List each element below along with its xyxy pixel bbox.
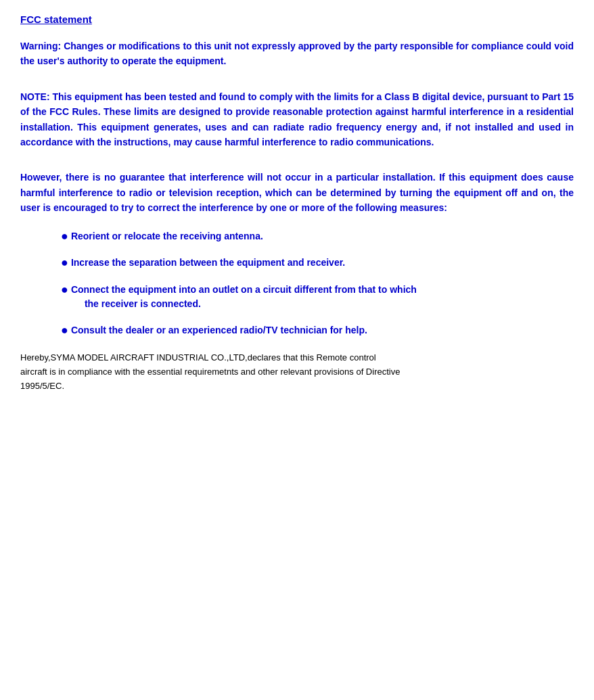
- bullet-item-3: ● Connect the equipment into an outlet o…: [61, 283, 574, 311]
- footer-line3: 1995/5/EC.: [20, 381, 64, 391]
- bullet-item-1: ● Reorient or relocate the receiving ant…: [61, 229, 574, 244]
- bullet-text-4: Consult the dealer or an experienced rad…: [71, 323, 574, 337]
- footer: Hereby,SYMA MODEL AIRCRAFT INDUSTRIAL CO…: [20, 351, 574, 393]
- bullet-text-2: Increase the separation between the equi…: [71, 256, 574, 270]
- bullet-item-2: ● Increase the separation between the eq…: [61, 256, 574, 271]
- bullet-continuation-3: the receiver is connected.: [85, 298, 201, 309]
- bullet-dot-3: ●: [61, 283, 68, 298]
- bullet-text-3: Connect the equipment into an outlet on …: [71, 283, 574, 311]
- however-paragraph: However, there is no guarantee that inte…: [20, 170, 574, 215]
- bullet-list: ● Reorient or relocate the receiving ant…: [61, 229, 574, 338]
- bullet-dot-2: ●: [61, 256, 68, 271]
- footer-line2: aircraft is in compliance with the essen…: [20, 367, 400, 377]
- warning-paragraph: Warning: Changes or modifications to thi…: [20, 39, 574, 69]
- bullet-text-1: Reorient or relocate the receiving anten…: [71, 229, 574, 243]
- bullet-item-4: ● Consult the dealer or an experienced r…: [61, 323, 574, 338]
- note-paragraph: NOTE: This equipment has been tested and…: [20, 89, 574, 150]
- fcc-title: FCC statement: [20, 14, 574, 25]
- footer-line1: Hereby,SYMA MODEL AIRCRAFT INDUSTRIAL CO…: [20, 352, 376, 363]
- bullet-dot-4: ●: [61, 323, 68, 338]
- bullet-dot-1: ●: [61, 229, 68, 244]
